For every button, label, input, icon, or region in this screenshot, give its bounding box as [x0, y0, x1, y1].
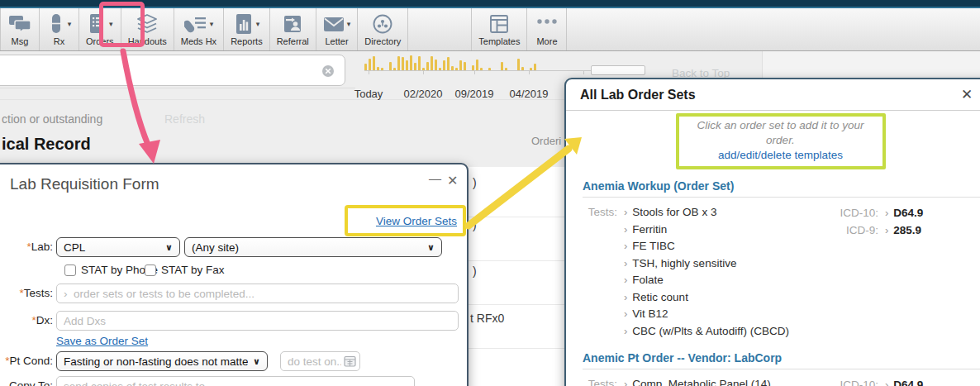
order-set-test-item[interactable]: ›Stools for OB x 3	[624, 204, 789, 222]
instruction-text: Click an order set to add it to your ord…	[684, 118, 878, 148]
chevron-right-icon: ›	[885, 204, 888, 222]
timeline-bar	[476, 60, 478, 70]
caret-down-icon: ▾	[68, 20, 72, 28]
timeline-bar	[406, 60, 408, 70]
toolbar-button-directory[interactable]: Directory	[358, 8, 408, 50]
dx-label: Dx:	[36, 314, 53, 326]
stat-by-fax-checkbox[interactable]: STAT by Fax	[145, 264, 225, 276]
order-set-test-item[interactable]: ›Vit B12	[624, 306, 789, 323]
timeline-tick-label[interactable]: 09/2019	[455, 88, 494, 100]
timeline-bar	[501, 62, 503, 70]
lab-row: *Lab: CPL ∨ (Any site) ∨	[0, 237, 461, 259]
main-toolbar: Msg▾Rx▾OrdersHandouts▾Meds Hx▾ReportsRef…	[0, 8, 980, 51]
toolbar-button-templates[interactable]: Templates	[471, 8, 527, 50]
table-text-fragment: )	[473, 264, 477, 278]
rx-icon	[47, 13, 65, 35]
chevron-right-icon: ›	[885, 222, 888, 239]
timeline-bar	[410, 55, 412, 70]
caret-down-icon: ▾	[210, 20, 214, 28]
toolbar-button-label: Letter	[325, 36, 348, 46]
chevron-right-icon: ›	[624, 325, 627, 337]
calendar-icon[interactable]	[344, 355, 356, 370]
order-set-heading[interactable]: Anemia Workup (Order Set)	[583, 179, 980, 193]
directory-icon	[372, 13, 393, 35]
timeline-bar	[397, 56, 400, 70]
close-icon[interactable]: ✕	[447, 173, 458, 188]
toolbar-button-handouts[interactable]: Handouts	[121, 8, 174, 50]
timeline-tick-label[interactable]: 04/2019	[510, 88, 549, 100]
divider	[583, 197, 980, 198]
dx-input[interactable]	[56, 311, 459, 331]
order-set-test-item[interactable]: ›Folate	[624, 272, 789, 289]
icd10-value[interactable]: D64.9	[893, 204, 923, 222]
toolbar-button-label: More	[536, 36, 557, 46]
toolbar-button-reports[interactable]: ▾Reports	[224, 8, 270, 50]
timeline-bar	[364, 64, 367, 70]
timeline-range-selector[interactable]	[591, 65, 645, 75]
icd9-row: ICD-9:›285.9	[824, 222, 923, 239]
templates-icon	[488, 14, 510, 34]
timeline-bar	[389, 62, 392, 70]
save-as-order-set-link[interactable]: Save as Order Set	[56, 335, 148, 347]
lab-select[interactable]: CPL ∨	[56, 237, 180, 257]
meds-hx-icon	[184, 14, 207, 34]
toolbar-button-label: Templates	[478, 36, 520, 46]
order-set-test-item[interactable]: ›CBC (w/Plts & Autodiff) (CBCD)	[624, 323, 789, 341]
toolbar-button-label: Directory	[364, 36, 401, 46]
pt-cond-select[interactable]: Fasting or non-fasting does not matter (…	[56, 351, 268, 371]
timeline-bar	[435, 60, 437, 70]
copy-to-label: Copy To:	[9, 379, 53, 386]
toolbar-button-letter[interactable]: ▾Letter	[316, 8, 359, 50]
table-text-fragment: t RFx0	[470, 312, 504, 325]
chevron-down-icon: ∨	[422, 242, 435, 253]
clear-search-icon[interactable]	[321, 64, 335, 78]
copy-to-input[interactable]	[56, 376, 415, 386]
timeline-tick-label[interactable]: Today	[354, 88, 383, 100]
view-order-sets-link[interactable]: View Order Sets	[376, 215, 457, 227]
order-set-test-item[interactable]: ›FE TIBC	[624, 238, 789, 255]
timeline-bar	[414, 63, 416, 70]
order-set-test-item[interactable]: ›Comp. Metabolic Panel (14)	[624, 376, 771, 386]
search-box	[0, 55, 345, 86]
toolbar-button-label: Meds Hx	[181, 36, 216, 46]
chevron-right-icon: ›	[624, 240, 627, 252]
refresh-link[interactable]: Refresh	[164, 112, 205, 126]
site-select[interactable]: (Any site) ∨	[184, 237, 442, 257]
chevron-right-icon: ›	[624, 274, 627, 286]
timeline-tick-label[interactable]: 02/2020	[404, 88, 443, 100]
close-icon[interactable]: ✕	[961, 86, 973, 103]
msg-icon	[9, 14, 31, 34]
timeline-tick	[474, 70, 475, 74]
lab-label: Lab:	[31, 241, 53, 253]
order-set-heading[interactable]: Anemic Pt Order -- Vendor: LabCorp	[583, 351, 980, 365]
order-set-test-item[interactable]: ›TSH, highly sensitive	[624, 255, 789, 273]
app-top-bar	[0, 0, 980, 8]
toolbar-button-orders[interactable]: ▾Orders	[79, 8, 121, 50]
instruction-annotation-box: Click an order set to add it to your ord…	[676, 113, 886, 169]
icd10-value[interactable]: D64.9	[893, 376, 923, 386]
toolbar-button-label: Orders	[86, 36, 114, 46]
icd9-label: ICD-9:	[824, 222, 878, 239]
minimize-icon[interactable]: —	[429, 171, 441, 185]
tests-label: Tests:	[586, 204, 617, 340]
timeline-tick	[583, 70, 584, 74]
chevron-down-icon: ∨	[248, 356, 260, 367]
toolbar-button-rx[interactable]: ▾Rx	[40, 8, 79, 50]
chevron-right-icon: ›	[624, 307, 627, 320]
order-set-test-item[interactable]: ›Ferritin	[624, 222, 789, 239]
dx-row: *Dx:	[0, 311, 461, 332]
timeline-tick	[529, 70, 530, 74]
letter-icon	[323, 15, 345, 33]
copy-to-row: Copy To:	[0, 376, 461, 386]
tests-label: Tests:	[586, 376, 617, 386]
toolbar-button-meds-hx[interactable]: ▾Meds Hx	[174, 8, 224, 50]
order-set-test-item[interactable]: ›Retic count	[624, 289, 789, 307]
toolbar-button-more[interactable]: More	[527, 8, 567, 50]
toolbar-button-msg[interactable]: Msg	[0, 8, 40, 50]
view-order-sets-annotation-box: View Order Sets	[345, 205, 466, 236]
tests-input[interactable]	[56, 284, 459, 303]
toolbar-button-referral[interactable]: Referral	[270, 8, 316, 50]
icd9-value[interactable]: 285.9	[893, 222, 921, 239]
add-edit-delete-templates-link[interactable]: add/edit/delete templates	[684, 148, 878, 163]
search-input[interactable]	[4, 59, 302, 82]
